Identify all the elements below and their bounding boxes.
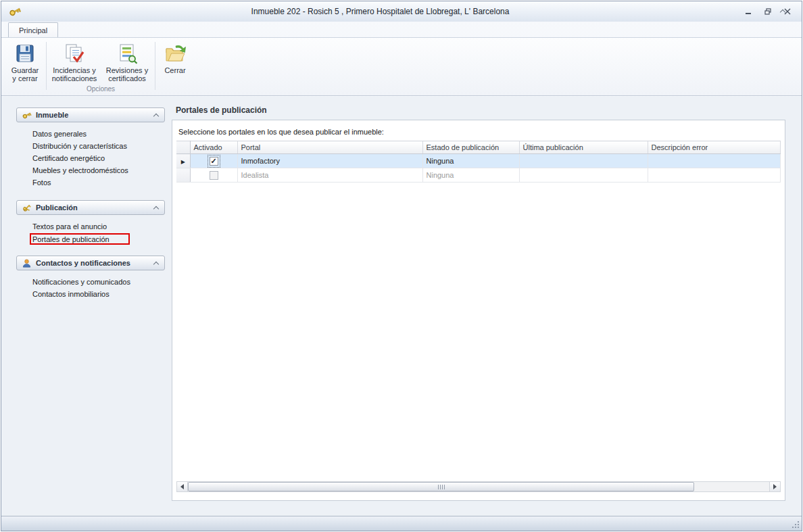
inmofactory-activado-checkbox[interactable]: ✓	[210, 157, 218, 166]
person-icon	[22, 258, 32, 268]
ribbon-group-label-opciones: Opciones	[48, 84, 153, 95]
ribbon-group-guardar: Guardar y cerrar	[5, 40, 45, 95]
sidebar-item-fotos[interactable]: Fotos	[32, 177, 165, 189]
cell-portal[interactable]: Idealista	[237, 168, 422, 183]
instruction-text: Seleccione los portales en los que desea…	[178, 128, 781, 136]
incidencias-y-notificaciones-button[interactable]: Incidencias y notificaciones	[48, 40, 101, 84]
sidebar-item-distribucion-caracteristicas[interactable]: Distribución y características	[32, 141, 165, 153]
cerrar-button[interactable]: Cerrar	[157, 40, 193, 84]
cell-error[interactable]	[648, 154, 781, 168]
sidebar-item-notificaciones-comunicados[interactable]: Notificaciones y comunicados	[32, 276, 165, 289]
column-header-activado[interactable]: Activado	[190, 141, 237, 154]
sidebar-item-muebles-electrodomesticos[interactable]: Muebles y electrodomésticos	[32, 165, 165, 177]
table-header-row: Activado Portal Estado de publicación Úl…	[176, 141, 781, 154]
ribbon-group-opciones: Incidencias y notificaciones	[48, 40, 153, 95]
key-icon	[22, 110, 32, 120]
incidencias-label: Incidencias y notificaciones	[52, 66, 97, 82]
chevron-up-icon	[780, 9, 785, 14]
cell-estado[interactable]: Ninguna	[422, 154, 519, 168]
group-header-contactos[interactable]: Contactos y notificaciones	[16, 256, 165, 270]
page-title: Portales de publicación	[176, 105, 785, 115]
sidebar-item-textos-para-el-anuncio[interactable]: Textos para el anuncio	[32, 221, 165, 233]
certificate-report-icon	[116, 43, 138, 64]
keys-icon	[22, 203, 32, 213]
cell-ultima[interactable]	[519, 154, 648, 168]
tab-principal[interactable]: Principal	[8, 22, 58, 37]
arrow-left-icon	[178, 484, 184, 489]
ribbon-tab-row: Principal	[1, 22, 802, 37]
column-header-descripcion-error[interactable]: Descripción error	[648, 141, 781, 154]
idealista-activado-checkbox[interactable]	[210, 171, 218, 180]
sidebar-group-inmueble: Inmueble Datos generales Distribución y …	[16, 107, 165, 197]
titlebar: Inmueble 202 - Rosich 5 , Primero Hospit…	[1, 1, 802, 22]
group-header-inmueble[interactable]: Inmueble	[16, 107, 165, 122]
arrow-right-icon	[773, 484, 779, 489]
content-area: Inmueble Datos generales Distribución y …	[1, 97, 802, 516]
cell-error[interactable]	[648, 168, 781, 183]
guardar-y-cerrar-label: Guardar y cerrar	[11, 66, 39, 82]
table-row-idealista[interactable]: Idealista Ninguna	[176, 168, 781, 183]
collapse-chevron-icon[interactable]	[153, 260, 160, 266]
revisiones-label: Revisiones y certificados	[106, 66, 148, 82]
sidebar-item-datos-generales[interactable]: Datos generales	[32, 128, 165, 141]
restore-button[interactable]	[758, 6, 777, 18]
current-row-indicator-icon: ▶	[181, 159, 185, 165]
row-indicator-header	[176, 141, 190, 154]
column-header-ultima[interactable]: Última publicación	[519, 141, 648, 154]
cerrar-label: Cerrar	[164, 66, 185, 74]
minimize-button[interactable]	[739, 6, 757, 18]
sidebar-item-portales-de-publicacion[interactable]: Portales de publicación	[30, 233, 130, 245]
ribbon-group-cerrar: Cerrar	[157, 40, 193, 95]
collapse-chevron-icon[interactable]	[153, 205, 160, 211]
ribbon-separator	[46, 42, 47, 90]
collapse-chevron-icon[interactable]	[153, 112, 160, 118]
save-icon	[14, 43, 36, 64]
cell-estado[interactable]: Ninguna	[422, 168, 519, 183]
group-header-publicacion[interactable]: Publicación	[16, 200, 165, 215]
status-bar	[1, 516, 802, 531]
collapse-ribbon-button[interactable]	[777, 7, 788, 15]
sidebar-item-contactos-inmobiliarios[interactable]: Contactos inmobiliarios	[32, 289, 165, 301]
resize-grip[interactable]	[792, 521, 799, 528]
app-key-icon	[8, 5, 22, 18]
cell-portal[interactable]: Inmofactory	[237, 154, 422, 168]
scrollbar-thumb[interactable]	[188, 482, 694, 491]
horizontal-scrollbar[interactable]	[176, 481, 781, 492]
app-window: Inmueble 202 - Rosich 5 , Primero Hospit…	[1, 1, 802, 531]
scroll-right-button[interactable]	[769, 482, 780, 491]
column-header-portal[interactable]: Portal	[237, 141, 422, 154]
table-row-inmofactory[interactable]: ▶ ✓ Inmofactory Ninguna	[176, 154, 781, 168]
column-header-estado[interactable]: Estado de publicación	[422, 141, 519, 154]
ribbon: Guardar y cerrar	[1, 37, 802, 96]
group-title: Publicación	[36, 203, 78, 212]
cell-ultima[interactable]	[519, 168, 648, 183]
revisiones-y-certificados-button[interactable]: Revisiones y certificados	[101, 40, 153, 84]
group-title: Contactos y notificaciones	[36, 259, 130, 267]
scroll-left-button[interactable]	[177, 482, 188, 491]
group-title: Inmueble	[36, 111, 68, 119]
open-folder-exit-icon	[164, 43, 186, 64]
ribbon-separator	[155, 42, 155, 90]
sidebar-group-contactos: Contactos y notificaciones Notificacione…	[16, 256, 165, 309]
incidents-check-icon	[64, 43, 85, 64]
window-title: Inmueble 202 - Rosich 5 , Primero Hospit…	[22, 7, 739, 16]
main-section: Portales de publicación Seleccione los p…	[172, 107, 785, 501]
portales-table: Activado Portal Estado de publicación Úl…	[176, 141, 781, 183]
guardar-y-cerrar-button[interactable]: Guardar y cerrar	[5, 40, 45, 84]
sidebar-item-certificado-energetico[interactable]: Certificado energético	[32, 153, 165, 165]
sidebar: Inmueble Datos generales Distribución y …	[16, 107, 165, 501]
sidebar-group-publicacion: Publicación Textos para el anuncio Porta…	[16, 200, 165, 253]
portales-panel: Seleccione los portales en los que desea…	[172, 120, 785, 501]
